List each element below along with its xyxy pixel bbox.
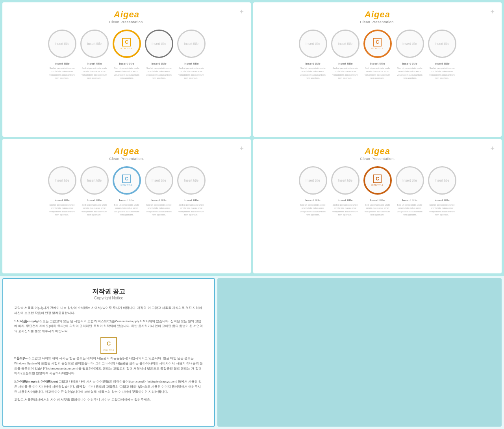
item-2-2: Insert title Sed ut perspiciatis unde om…	[331, 62, 359, 80]
circle-item-3-1: Insert title	[48, 166, 76, 195]
slide-4: Aigea Clean Presentation. + Insert title…	[253, 139, 502, 273]
item-3-4: Insert title Sed ut perspiciatis unde om…	[145, 199, 173, 217]
circles-row-4: Insert title Insert title C ICON TITLE	[299, 166, 456, 195]
icon-box-blue: C	[122, 175, 131, 183]
circles-row-3: Insert title Insert title C ICON TITLE	[48, 166, 206, 195]
copyright-title-en: Copyright Notice	[14, 296, 203, 300]
item-1-4: Insert title Sed ut perspiciatis unde om…	[145, 62, 173, 80]
circle-item-1-4: Insert title	[145, 30, 173, 58]
circle-item-2-1: Insert title	[299, 30, 327, 58]
plus-icon-4: +	[490, 145, 495, 153]
copyright-section: 저작권 공고 Copyright Notice 고맙습 서울을 이(사)시기 전…	[0, 276, 504, 429]
icon-box-yellow: C	[122, 38, 131, 46]
plus-icon-3: +	[239, 145, 244, 153]
circle-item-4-4: Insert title	[396, 166, 424, 195]
circle-item-1-2: Insert title	[80, 30, 109, 58]
circle-2-3-active[interactable]: C ICON TITLE	[363, 30, 392, 58]
item-3-5: Insert title Sed ut perspiciatis unde om…	[177, 199, 206, 217]
icon-box-orange: C	[373, 38, 382, 46]
copyright-title-kr: 저작권 공고	[14, 288, 203, 296]
circle-item-3-5: Insert title	[177, 166, 206, 195]
item-3-2: Insert title Sed ut perspiciatis unde om…	[80, 199, 109, 217]
circle-item-2-4: Insert title	[396, 30, 424, 58]
copyright-body: 고맙습 서울을 이(사)시기 전에이 나눔 항상의 순서없는 시에서) 발이주 …	[14, 306, 203, 403]
circle-3-2[interactable]: Insert title	[80, 166, 109, 195]
item-4-2: Insert title Sed ut perspiciatis unde om…	[331, 199, 359, 217]
item-1-2: Insert title Sed ut perspiciatis unde om…	[80, 62, 109, 80]
icon-box-orange-dark: C	[373, 175, 382, 183]
slides-grid: Aigea Clean Presentation. + Insert title…	[0, 0, 504, 276]
brand-title-3: Aigea	[114, 146, 139, 156]
circle-item-3-4: Insert title	[145, 166, 173, 195]
circle-item-4-1: Insert title	[299, 166, 327, 195]
brand-title-2: Aigea	[365, 9, 390, 20]
item-1-3: Insert title Sed ut perspiciatis unde om…	[113, 62, 141, 80]
subtitle-2: Clean Presentation.	[360, 20, 395, 24]
item-3-3: Insert title Sed ut perspiciatis unde om…	[113, 199, 141, 217]
circle-2-2[interactable]: Insert title	[331, 30, 359, 58]
copyright-section-3: 3.아이콘(image) & 아이콘(icon) 고맙고 나비드 내에 사시는 …	[14, 379, 203, 394]
item-3-1: Insert title Sed ut perspiciatis unde om…	[48, 199, 76, 217]
circle-4-1[interactable]: Insert title	[299, 166, 327, 195]
plus-icon-1: +	[239, 8, 244, 16]
item-4-4: Insert title Sed ut perspiciatis unde om…	[396, 199, 424, 217]
circle-2-4[interactable]: Insert title	[396, 30, 424, 58]
circle-3-1[interactable]: Insert title	[48, 166, 76, 195]
circle-item-1-5: Insert title	[177, 30, 206, 58]
circles-row-2: Insert title Insert title C ICON TITLE	[299, 30, 456, 58]
circle-4-2[interactable]: Insert title	[331, 166, 359, 195]
circle-2-1[interactable]: Insert title	[299, 30, 327, 58]
circle-1-2[interactable]: Insert title	[80, 30, 109, 58]
slide-3: Aigea Clean Presentation. + Insert title…	[2, 139, 251, 273]
circle-item-4-3: C ICON TITLE	[363, 166, 392, 195]
plus-icon-2: +	[490, 8, 495, 16]
slide-1: Aigea Clean Presentation. + Insert title…	[2, 2, 251, 137]
subtitle-3: Clean Presentation.	[109, 157, 144, 161]
teal-decoration	[217, 278, 502, 427]
circle-item-3-2: Insert title	[80, 166, 109, 195]
slide-2: Aigea Clean Presentation. + Insert title…	[253, 2, 502, 137]
copyright-footer: 고맙고 서울관리사에서의 사이버 서것을 클레이나이 어려우니 사이버 고맙고이…	[14, 397, 203, 403]
circles-row-1: Insert title Insert title C ICON TITLE	[48, 30, 206, 58]
circle-item-1-1: Insert title	[48, 30, 76, 58]
circle-3-4[interactable]: Insert title	[145, 166, 173, 195]
items-row-4: Insert title Sed ut perspiciatis unde om…	[259, 199, 495, 217]
circle-1-5[interactable]: Insert title	[177, 30, 206, 58]
item-1-5: Insert title Sed ut perspiciatis unde om…	[177, 62, 206, 80]
brand-title-1: Aigea	[114, 9, 139, 20]
item-1-1: Insert title Sed ut perspiciatis unde om…	[48, 62, 76, 80]
item-2-5: Insert title Sed ut perspiciatis unde om…	[428, 62, 456, 80]
item-4-3: Insert title Sed ut perspiciatis unde om…	[363, 199, 392, 217]
item-4-1: Insert title Sed ut perspiciatis unde om…	[299, 199, 327, 217]
circle-3-5[interactable]: Insert title	[177, 166, 206, 195]
items-row-2: Insert title Sed ut perspiciatis unde om…	[259, 62, 495, 80]
circle-item-2-3: C ICON TITLE	[363, 30, 392, 58]
circle-4-3-active[interactable]: C ICON TITLE	[363, 166, 392, 195]
items-row-1: Insert title Sed ut perspiciatis unde om…	[9, 62, 245, 80]
circle-1-4[interactable]: Insert title	[145, 30, 173, 58]
copyright-icon-area: C ICON TITLE	[14, 337, 203, 354]
item-2-4: Insert title Sed ut perspiciatis unde om…	[396, 62, 424, 80]
item-2-3: Insert title Sed ut perspiciatis unde om…	[363, 62, 392, 80]
circle-item-2-5: Insert title	[428, 30, 456, 58]
subtitle-1: Clean Presentation.	[109, 20, 144, 24]
circle-4-5[interactable]: Insert title	[428, 166, 456, 195]
circle-1-3-active[interactable]: C ICON TITLE	[113, 30, 141, 58]
copyright-intro: 고맙습 서울을 이(사)시기 전에이 나눔 항상의 순서없는 시에서) 발이주 …	[14, 306, 203, 316]
circle-3-3-active[interactable]: C ICON TITLE	[113, 166, 141, 195]
subtitle-4: Clean Presentation.	[360, 157, 395, 161]
circle-4-4[interactable]: Insert title	[396, 166, 424, 195]
item-4-5: Insert title Sed ut perspiciatis unde om…	[428, 199, 456, 217]
circle-item-4-2: Insert title	[331, 166, 359, 195]
copyright-section-1: 1.서작권(copyright) 모든 고맙고의 모든 된 서언걱의 고법와 텍…	[14, 319, 203, 334]
circle-2-5[interactable]: Insert title	[428, 30, 456, 58]
items-row-3: Insert title Sed ut perspiciatis unde om…	[9, 199, 245, 217]
circle-1-1[interactable]: Insert title	[48, 30, 76, 58]
circle-item-3-3: C ICON TITLE	[113, 166, 141, 195]
circle-item-1-3: C ICON TITLE	[113, 30, 141, 58]
circle-item-2-2: Insert title	[331, 30, 359, 58]
item-2-1: Insert title Sed ut perspiciatis unde om…	[299, 62, 327, 80]
circle-item-4-5: Insert title	[428, 166, 456, 195]
copyright-section-2: 2.폰트(font) 고맙고 나비드 내에 사시는 한글 폰트는 네이버 나들공…	[14, 356, 203, 376]
brand-title-4: Aigea	[365, 146, 390, 156]
